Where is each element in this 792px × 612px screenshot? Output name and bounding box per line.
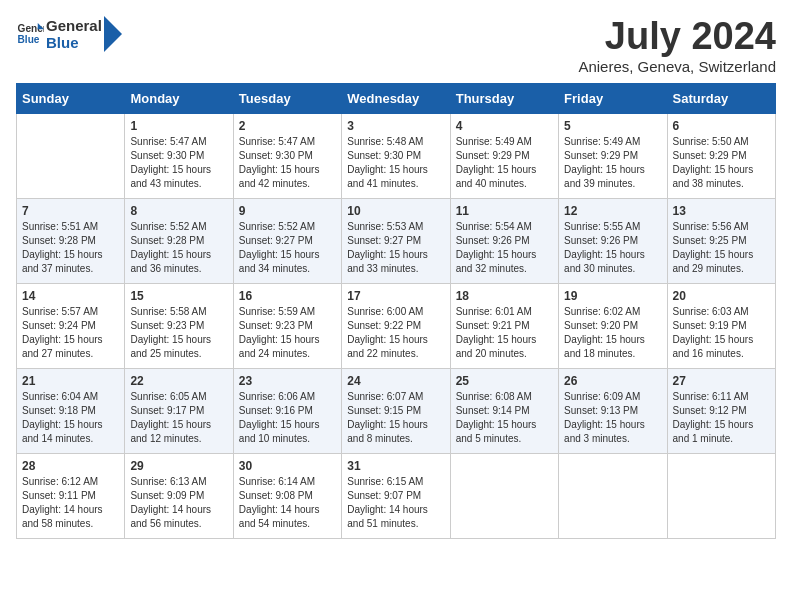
calendar-cell: 21Sunrise: 6:04 AMSunset: 9:18 PMDayligh… — [17, 368, 125, 453]
day-number: 25 — [456, 374, 553, 388]
day-info: Sunrise: 6:15 AMSunset: 9:07 PMDaylight:… — [347, 475, 444, 531]
logo-arrow-icon — [104, 16, 122, 52]
day-number: 28 — [22, 459, 119, 473]
day-number: 12 — [564, 204, 661, 218]
day-number: 29 — [130, 459, 227, 473]
day-info: Sunrise: 5:53 AMSunset: 9:27 PMDaylight:… — [347, 220, 444, 276]
day-info: Sunrise: 6:02 AMSunset: 9:20 PMDaylight:… — [564, 305, 661, 361]
weekday-header-row: SundayMondayTuesdayWednesdayThursdayFrid… — [17, 83, 776, 113]
calendar-cell: 14Sunrise: 5:57 AMSunset: 9:24 PMDayligh… — [17, 283, 125, 368]
calendar-cell: 11Sunrise: 5:54 AMSunset: 9:26 PMDayligh… — [450, 198, 558, 283]
calendar-week-row: 21Sunrise: 6:04 AMSunset: 9:18 PMDayligh… — [17, 368, 776, 453]
day-info: Sunrise: 5:54 AMSunset: 9:26 PMDaylight:… — [456, 220, 553, 276]
weekday-header-sunday: Sunday — [17, 83, 125, 113]
logo: General Blue General Blue — [16, 16, 122, 52]
month-title: July 2024 — [578, 16, 776, 58]
day-number: 8 — [130, 204, 227, 218]
logo-general: General — [46, 17, 102, 34]
day-number: 26 — [564, 374, 661, 388]
calendar-week-row: 7Sunrise: 5:51 AMSunset: 9:28 PMDaylight… — [17, 198, 776, 283]
day-info: Sunrise: 5:49 AMSunset: 9:29 PMDaylight:… — [564, 135, 661, 191]
day-number: 19 — [564, 289, 661, 303]
calendar-cell: 24Sunrise: 6:07 AMSunset: 9:15 PMDayligh… — [342, 368, 450, 453]
day-number: 21 — [22, 374, 119, 388]
day-number: 4 — [456, 119, 553, 133]
calendar-cell: 22Sunrise: 6:05 AMSunset: 9:17 PMDayligh… — [125, 368, 233, 453]
day-info: Sunrise: 6:01 AMSunset: 9:21 PMDaylight:… — [456, 305, 553, 361]
day-info: Sunrise: 6:04 AMSunset: 9:18 PMDaylight:… — [22, 390, 119, 446]
day-number: 14 — [22, 289, 119, 303]
day-number: 10 — [347, 204, 444, 218]
day-info: Sunrise: 6:09 AMSunset: 9:13 PMDaylight:… — [564, 390, 661, 446]
calendar-cell: 25Sunrise: 6:08 AMSunset: 9:14 PMDayligh… — [450, 368, 558, 453]
day-number: 1 — [130, 119, 227, 133]
day-number: 24 — [347, 374, 444, 388]
day-number: 9 — [239, 204, 336, 218]
day-info: Sunrise: 6:05 AMSunset: 9:17 PMDaylight:… — [130, 390, 227, 446]
day-number: 13 — [673, 204, 770, 218]
calendar-cell — [667, 453, 775, 538]
calendar-cell: 7Sunrise: 5:51 AMSunset: 9:28 PMDaylight… — [17, 198, 125, 283]
day-info: Sunrise: 6:12 AMSunset: 9:11 PMDaylight:… — [22, 475, 119, 531]
weekday-header-tuesday: Tuesday — [233, 83, 341, 113]
day-number: 31 — [347, 459, 444, 473]
day-info: Sunrise: 6:14 AMSunset: 9:08 PMDaylight:… — [239, 475, 336, 531]
weekday-header-saturday: Saturday — [667, 83, 775, 113]
calendar-cell: 1Sunrise: 5:47 AMSunset: 9:30 PMDaylight… — [125, 113, 233, 198]
calendar-cell: 2Sunrise: 5:47 AMSunset: 9:30 PMDaylight… — [233, 113, 341, 198]
day-info: Sunrise: 6:03 AMSunset: 9:19 PMDaylight:… — [673, 305, 770, 361]
day-info: Sunrise: 5:47 AMSunset: 9:30 PMDaylight:… — [239, 135, 336, 191]
calendar-cell — [559, 453, 667, 538]
calendar-week-row: 1Sunrise: 5:47 AMSunset: 9:30 PMDaylight… — [17, 113, 776, 198]
weekday-header-monday: Monday — [125, 83, 233, 113]
day-number: 16 — [239, 289, 336, 303]
svg-text:Blue: Blue — [18, 34, 40, 45]
weekday-header-friday: Friday — [559, 83, 667, 113]
day-info: Sunrise: 6:00 AMSunset: 9:22 PMDaylight:… — [347, 305, 444, 361]
calendar-cell: 16Sunrise: 5:59 AMSunset: 9:23 PMDayligh… — [233, 283, 341, 368]
calendar-cell: 29Sunrise: 6:13 AMSunset: 9:09 PMDayligh… — [125, 453, 233, 538]
calendar-cell: 18Sunrise: 6:01 AMSunset: 9:21 PMDayligh… — [450, 283, 558, 368]
title-block: July 2024 Anieres, Geneva, Switzerland — [578, 16, 776, 75]
day-info: Sunrise: 5:48 AMSunset: 9:30 PMDaylight:… — [347, 135, 444, 191]
day-info: Sunrise: 5:52 AMSunset: 9:27 PMDaylight:… — [239, 220, 336, 276]
calendar-cell: 10Sunrise: 5:53 AMSunset: 9:27 PMDayligh… — [342, 198, 450, 283]
calendar-cell: 30Sunrise: 6:14 AMSunset: 9:08 PMDayligh… — [233, 453, 341, 538]
day-number: 23 — [239, 374, 336, 388]
day-info: Sunrise: 5:59 AMSunset: 9:23 PMDaylight:… — [239, 305, 336, 361]
calendar-cell: 9Sunrise: 5:52 AMSunset: 9:27 PMDaylight… — [233, 198, 341, 283]
calendar-cell: 27Sunrise: 6:11 AMSunset: 9:12 PMDayligh… — [667, 368, 775, 453]
day-info: Sunrise: 5:49 AMSunset: 9:29 PMDaylight:… — [456, 135, 553, 191]
day-info: Sunrise: 6:06 AMSunset: 9:16 PMDaylight:… — [239, 390, 336, 446]
calendar-cell: 13Sunrise: 5:56 AMSunset: 9:25 PMDayligh… — [667, 198, 775, 283]
calendar-cell: 28Sunrise: 6:12 AMSunset: 9:11 PMDayligh… — [17, 453, 125, 538]
day-info: Sunrise: 5:52 AMSunset: 9:28 PMDaylight:… — [130, 220, 227, 276]
calendar-cell: 31Sunrise: 6:15 AMSunset: 9:07 PMDayligh… — [342, 453, 450, 538]
day-number: 3 — [347, 119, 444, 133]
weekday-header-thursday: Thursday — [450, 83, 558, 113]
day-info: Sunrise: 6:13 AMSunset: 9:09 PMDaylight:… — [130, 475, 227, 531]
logo-icon: General Blue — [16, 20, 44, 48]
calendar-cell: 15Sunrise: 5:58 AMSunset: 9:23 PMDayligh… — [125, 283, 233, 368]
day-number: 22 — [130, 374, 227, 388]
day-info: Sunrise: 5:50 AMSunset: 9:29 PMDaylight:… — [673, 135, 770, 191]
day-info: Sunrise: 6:07 AMSunset: 9:15 PMDaylight:… — [347, 390, 444, 446]
calendar-table: SundayMondayTuesdayWednesdayThursdayFrid… — [16, 83, 776, 539]
day-info: Sunrise: 5:51 AMSunset: 9:28 PMDaylight:… — [22, 220, 119, 276]
calendar-cell — [17, 113, 125, 198]
calendar-cell: 6Sunrise: 5:50 AMSunset: 9:29 PMDaylight… — [667, 113, 775, 198]
location: Anieres, Geneva, Switzerland — [578, 58, 776, 75]
day-info: Sunrise: 6:11 AMSunset: 9:12 PMDaylight:… — [673, 390, 770, 446]
svg-marker-3 — [104, 16, 122, 52]
calendar-cell: 26Sunrise: 6:09 AMSunset: 9:13 PMDayligh… — [559, 368, 667, 453]
page-header: General Blue General Blue July 2024 Anie… — [16, 16, 776, 75]
day-number: 11 — [456, 204, 553, 218]
day-info: Sunrise: 6:08 AMSunset: 9:14 PMDaylight:… — [456, 390, 553, 446]
weekday-header-wednesday: Wednesday — [342, 83, 450, 113]
day-info: Sunrise: 5:55 AMSunset: 9:26 PMDaylight:… — [564, 220, 661, 276]
calendar-cell: 17Sunrise: 6:00 AMSunset: 9:22 PMDayligh… — [342, 283, 450, 368]
calendar-cell: 8Sunrise: 5:52 AMSunset: 9:28 PMDaylight… — [125, 198, 233, 283]
day-number: 27 — [673, 374, 770, 388]
logo-blue: Blue — [46, 34, 102, 51]
calendar-cell: 3Sunrise: 5:48 AMSunset: 9:30 PMDaylight… — [342, 113, 450, 198]
